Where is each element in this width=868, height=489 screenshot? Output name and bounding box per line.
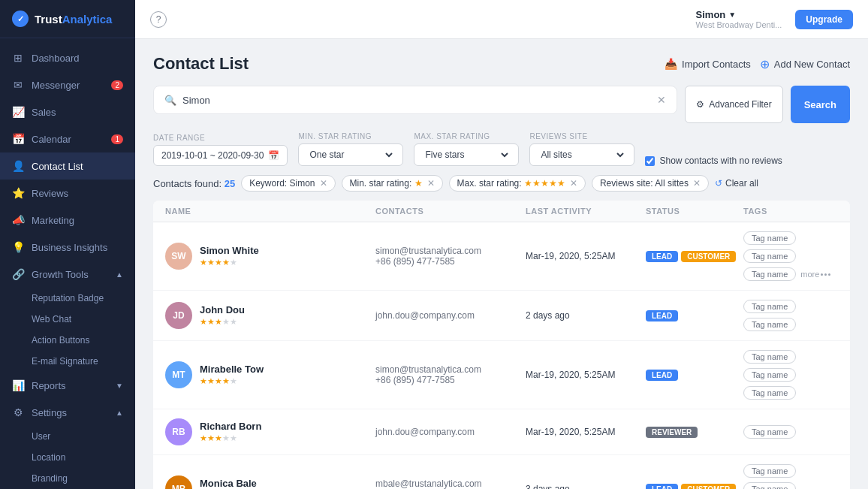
sidebar-sub-email-signature[interactable]: E-mail Signature xyxy=(32,351,135,372)
sidebar-item-reviews[interactable]: ⭐ Reviews xyxy=(0,180,135,207)
sidebar-sub-reputation-badge[interactable]: Reputation Badge xyxy=(32,288,135,309)
status-badges: REVIEWER xyxy=(646,427,743,438)
max-star-remove-icon[interactable]: ✕ xyxy=(570,178,577,189)
status-badge: REVIEWER xyxy=(646,427,698,438)
contact-cell: MB Monica Bale ★★★★★ xyxy=(165,475,375,489)
status-badge: LEAD xyxy=(646,251,678,262)
th-contacts: CONTACTS xyxy=(375,207,526,216)
max-star-select[interactable]: Five stars Four stars xyxy=(414,143,519,166)
date-range-filter: DATE RANGE 2019-10-01 ~ 2020-09-30 📅 xyxy=(153,134,288,166)
table-row[interactable]: JD John Dou ★★★★★ john.dou@company.com 2… xyxy=(153,291,850,341)
user-name: Simon ▼ xyxy=(696,9,782,20)
sidebar-item-marketing[interactable]: 📣 Marketing xyxy=(0,207,135,234)
table-row[interactable]: SW Simon White ★★★★★ simon@trustanalytic… xyxy=(153,222,850,291)
advanced-filter-button[interactable]: ⚙ Advanced Filter xyxy=(685,86,782,123)
sidebar-sub-location[interactable]: Location xyxy=(32,447,135,468)
sidebar-sub-user[interactable]: User xyxy=(32,426,135,447)
marketing-icon: 📣 xyxy=(12,214,24,226)
calendar-badge: 1 xyxy=(111,134,123,144)
tag: Tag name xyxy=(743,318,796,331)
dashboard-icon: ⊞ xyxy=(12,52,24,64)
sidebar-sub-branding[interactable]: Branding xyxy=(32,468,135,489)
sidebar-item-label: Business Insights xyxy=(32,242,107,253)
th-status: STATUS xyxy=(646,207,743,216)
contact-email: simon@trustanalytica.com xyxy=(375,246,526,256)
sidebar-item-label: Reports xyxy=(32,380,66,391)
sidebar-item-business-insights[interactable]: 💡 Business Insights xyxy=(0,234,135,261)
search-button[interactable]: Search xyxy=(791,86,850,123)
status-badges: LEADCUSTOMER xyxy=(646,251,743,262)
sidebar-item-label: Reviews xyxy=(32,188,68,199)
reviews-site-filter-tag: Reviews site: All sittes ✕ xyxy=(592,175,709,192)
filters-row: DATE RANGE 2019-10-01 ~ 2020-09-30 📅 MIN… xyxy=(153,132,850,166)
th-tags: TAGS xyxy=(743,207,838,216)
keyword-filter-tag: Keyword: Simon ✕ xyxy=(241,175,335,192)
active-filters: Contacts found: 25 Keyword: Simon ✕ Min.… xyxy=(153,175,850,192)
contact-name: Monica Bale xyxy=(200,478,257,489)
contact-detail-cell: john.dou@company.com xyxy=(375,427,526,437)
min-star-select[interactable]: One star Two stars Three stars xyxy=(298,143,403,166)
avatar: MT xyxy=(165,361,192,388)
sidebar-item-sales[interactable]: 📈 Sales xyxy=(0,98,135,125)
add-contact-button[interactable]: ⊕ Add New Contact xyxy=(760,57,850,71)
sidebar-item-dashboard[interactable]: ⊞ Dashboard xyxy=(0,44,135,71)
page-header: Contact List 📥 Import Contacts ⊕ Add New… xyxy=(153,54,850,74)
table-row[interactable]: RB Richard Born ★★★★★ john.dou@company.c… xyxy=(153,409,850,455)
chevron-up-icon: ▲ xyxy=(116,270,123,279)
reviews-site-select[interactable]: All sites Google xyxy=(529,143,634,166)
page-title: Contact List xyxy=(153,54,249,74)
table-row[interactable]: MT Mirabelle Tow ★★★★★ simon@trustanalyt… xyxy=(153,341,850,409)
avatar: MB xyxy=(165,475,192,489)
tag: Tag name xyxy=(743,249,796,263)
clear-all-button[interactable]: ↺ Clear all xyxy=(715,178,758,189)
sidebar-item-label: Contact List xyxy=(32,161,83,172)
tag: Tag name xyxy=(743,350,796,364)
keyword-label: Keyword: Simon xyxy=(249,178,315,189)
contact-name: Simon White xyxy=(200,245,259,256)
table-row[interactable]: MB Monica Bale ★★★★★ mbale@trustanalytic… xyxy=(153,455,850,489)
chevron-down-icon: ▼ xyxy=(116,382,123,390)
last-activity: 2 days ago xyxy=(526,310,646,321)
import-contacts-button[interactable]: 📥 Import Contacts xyxy=(665,58,751,70)
sidebar-item-calendar[interactable]: 📅 Calendar 1 xyxy=(0,125,135,152)
avatar: JD xyxy=(165,302,192,329)
more-tags-button[interactable]: more xyxy=(800,270,830,279)
min-star-filter-label: Min. star rating: ★ xyxy=(350,178,423,189)
min-star-filter: MIN. STAR RATING One star Two stars Thre… xyxy=(298,132,403,166)
min-star-dropdown[interactable]: One star Two stars Three stars xyxy=(306,149,395,161)
date-range-input[interactable]: 2019-10-01 ~ 2020-09-30 📅 xyxy=(153,145,288,166)
growth-tools-submenu: Reputation Badge Web Chat Action Buttons… xyxy=(0,288,135,372)
sidebar-item-contact-list[interactable]: 👤 Contact List xyxy=(0,152,135,180)
search-clear-icon[interactable]: ✕ xyxy=(657,94,666,106)
contacts-table: NAME CONTACTS LAST ACTIVITY STATUS TAGS … xyxy=(153,201,850,489)
sidebar-nav: ⊞ Dashboard ✉ Messenger 2 📈 Sales 📅 Cale… xyxy=(0,38,135,489)
search-input[interactable] xyxy=(182,95,651,106)
help-button[interactable]: ? xyxy=(150,11,167,28)
sidebar-item-settings[interactable]: ⚙ Settings ▲ xyxy=(0,399,135,426)
min-star-remove-icon[interactable]: ✕ xyxy=(427,178,435,189)
contact-detail-cell: simon@trustanalytica.com +86 (895) 477-7… xyxy=(375,246,526,267)
sidebar-item-label: Settings xyxy=(32,407,67,418)
search-row: 🔍 ✕ ⚙ Advanced Filter Search xyxy=(153,86,850,123)
status-badges: LEAD xyxy=(646,370,743,381)
last-activity: Mar-19, 2020, 5:25AM xyxy=(526,251,646,261)
tags-cell: Tag name xyxy=(743,425,838,439)
sidebar-sub-action-buttons[interactable]: Action Buttons xyxy=(32,330,135,351)
reviews-site-dropdown[interactable]: All sites Google xyxy=(538,149,626,161)
max-star-dropdown[interactable]: Five stars Four stars xyxy=(422,149,511,161)
sidebar-item-messenger[interactable]: ✉ Messenger 2 xyxy=(0,71,135,98)
tags-cell: Tag nameTag nameTag name xyxy=(743,350,838,400)
reviews-site-remove-icon[interactable]: ✕ xyxy=(693,178,701,189)
contact-phone: +86 (895) 477-7585 xyxy=(375,375,526,385)
show-no-reviews-checkbox[interactable] xyxy=(645,156,655,166)
sidebar-item-reports[interactable]: 📊 Reports ▼ xyxy=(0,372,135,399)
sidebar-item-growth-tools[interactable]: 🔗 Growth Tools ▲ xyxy=(0,261,135,288)
status-badge: CUSTOMER xyxy=(681,251,736,262)
show-no-reviews-filter: Show contacts with no reviews xyxy=(645,155,782,166)
contacts-count: 25 xyxy=(225,178,235,189)
sidebar-sub-web-chat[interactable]: Web Chat xyxy=(32,309,135,330)
tags-cell: Tag nameTag nameTag namemore xyxy=(743,464,838,489)
contact-cell: RB Richard Born ★★★★★ xyxy=(165,418,375,445)
keyword-remove-icon[interactable]: ✕ xyxy=(320,178,327,189)
upgrade-button[interactable]: Upgrade xyxy=(795,10,853,29)
